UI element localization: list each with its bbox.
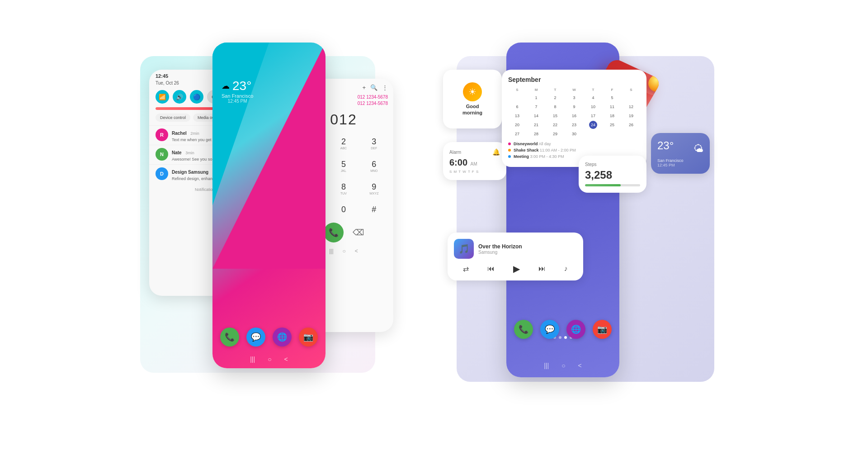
cal-day-16[interactable]: 16 [570, 112, 578, 120]
right-nav-recent[interactable]: < [578, 362, 582, 369]
cal-day-9[interactable]: 9 [570, 103, 578, 111]
volume-toggle[interactable]: 🔊 [173, 90, 186, 104]
wifi-toggle[interactable]: 📶 [156, 90, 169, 104]
cal-day-8[interactable]: 8 [551, 103, 559, 111]
add-icon[interactable]: + [362, 84, 366, 91]
cal-day-5[interactable]: 5 [608, 94, 616, 102]
cal-day-22[interactable]: 22 [551, 121, 559, 129]
dock-phone[interactable]: 📞 [220, 328, 239, 347]
notif-time: 2min [190, 131, 199, 136]
right-nav-bar: ||| ○ < [506, 362, 619, 369]
right-dock-browser[interactable]: 🌐 [566, 320, 585, 339]
cal-day-27[interactable]: 27 [513, 130, 521, 138]
cal-day-30[interactable]: 30 [570, 130, 578, 138]
device-control-btn[interactable]: Device control [156, 114, 190, 122]
dialer-nav-home[interactable]: ○ [343, 248, 346, 254]
cal-day-3[interactable]: 3 [570, 94, 578, 102]
cal-day-20[interactable]: 20 [513, 121, 521, 129]
cal-day-10[interactable]: 10 [589, 103, 597, 111]
key-6[interactable]: 6MNO [360, 156, 388, 176]
cal-day-28[interactable]: 28 [532, 130, 540, 138]
cal-day-29[interactable]: 29 [551, 130, 559, 138]
right-nav-home[interactable]: ○ [561, 362, 565, 369]
cal-day-2[interactable]: 2 [551, 94, 559, 102]
morning-widget[interactable]: ☀ Goodmorning [443, 70, 502, 128]
right-phone-dock: 📞 💬 🌐 📷 [506, 320, 619, 339]
nav-back[interactable]: ||| [250, 356, 255, 363]
key-9[interactable]: 9WXYZ [360, 179, 388, 199]
music-details: Over the Horizon Samsung [478, 243, 522, 255]
cal-day-6[interactable]: 6 [513, 103, 521, 111]
key-5[interactable]: 5JKL [330, 156, 357, 176]
event-time-3: 3:00 PM - 4:30 PM [530, 154, 564, 159]
event-shakeshack: Shake Shack 11:00 AM - 2:00 PM [508, 148, 640, 152]
cal-day-13[interactable]: 13 [513, 112, 521, 120]
cal-day-19[interactable]: 19 [627, 112, 635, 120]
more-icon[interactable]: ⋮ [382, 84, 388, 91]
cal-header-t2: T [584, 87, 602, 93]
event-time-1: All day [539, 142, 551, 146]
delete-button[interactable]: ⌫ [353, 228, 364, 238]
key-hash[interactable]: # [360, 201, 388, 218]
cal-day-14[interactable]: 14 [532, 112, 540, 120]
right-nav-back[interactable]: ||| [544, 362, 549, 369]
call-button[interactable]: 📞 [324, 223, 344, 242]
avatar-design: D [156, 167, 168, 180]
music-title: Over the Horizon [478, 243, 522, 250]
calendar-widget[interactable]: September S M T W T F S 1 2 3 4 5 6 7 [502, 70, 646, 167]
cal-day-15[interactable]: 15 [551, 112, 559, 120]
dock-camera[interactable]: 📷 [299, 328, 318, 347]
cal-day-11[interactable]: 11 [608, 103, 616, 111]
weather-widget-right[interactable]: 23° 🌤 San Francisco 12:45 PM [651, 133, 710, 174]
cal-day-12[interactable]: 12 [627, 103, 635, 111]
cal-day-17[interactable]: 17 [589, 112, 597, 120]
music-widget[interactable]: 🎵 Over the Horizon Samsung ⇄ ⏮ ▶ ⏭ ♪ [448, 233, 583, 280]
dock-browser[interactable]: 🌐 [273, 328, 292, 347]
search-icon[interactable]: 🔍 [370, 84, 377, 91]
prev-button[interactable]: ⏮ [487, 265, 495, 273]
main-container: 12:45 ▲ WiFi Tue, Oct 26 📶 🔊 🔵 ⟳ ✈ Devic… [95, 24, 773, 432]
key-3[interactable]: 3DEF [360, 133, 388, 153]
cal-day-26[interactable]: 26 [627, 121, 635, 129]
cal-day-7[interactable]: 7 [532, 103, 540, 111]
cal-day-4[interactable]: 4 [589, 94, 597, 102]
right-dock-camera[interactable]: 📷 [593, 320, 612, 339]
steps-progress-bar [585, 184, 640, 186]
cal-day-24-today[interactable]: 24 [589, 121, 597, 129]
right-dock-messages[interactable]: 💬 [540, 320, 559, 339]
cal-day-empty2 [627, 94, 635, 102]
cal-header-f: F [603, 87, 621, 93]
alarm-label: Alarm [449, 150, 461, 155]
alarm-days: S M T W T F S [449, 170, 500, 174]
cal-day-1[interactable]: 1 [532, 94, 540, 102]
cal-day-empty [513, 94, 521, 102]
key-0[interactable]: 0 [330, 201, 357, 218]
nav-home[interactable]: ○ [268, 356, 271, 363]
bluetooth-toggle[interactable]: 🔵 [190, 90, 203, 104]
cal-day-18[interactable]: 18 [608, 112, 616, 120]
event-dot-2 [508, 149, 511, 152]
steps-widget[interactable]: Steps 3,258 [579, 156, 646, 193]
music-artist: Samsung [478, 250, 522, 255]
alarm-time: 6:00 [449, 157, 467, 167]
dialer-nav-back[interactable]: ||| [329, 248, 333, 254]
dialer-nav-recent[interactable]: < [355, 248, 358, 254]
sun-icon: ☀ [463, 82, 482, 101]
left-section: 12:45 ▲ WiFi Tue, Oct 26 📶 🔊 🔵 ⟳ ✈ Devic… [140, 43, 411, 413]
cal-day-23[interactable]: 23 [570, 121, 578, 129]
main-phone: ☁ 23° San Francisco 12:45 PM 📞 💬 🌐 📷 |||… [212, 43, 326, 368]
right-dock-phone[interactable]: 📞 [514, 320, 533, 339]
event-title-3: Meeting [514, 154, 529, 159]
alarm-widget[interactable]: Alarm 🔔 6:00 AM S M T W T F S [443, 142, 506, 180]
next-button[interactable]: ⏭ [538, 265, 546, 273]
nav-recent[interactable]: < [284, 356, 288, 363]
dock-messages[interactable]: 💬 [246, 328, 265, 347]
nav-bar-main: ||| ○ < [250, 356, 288, 363]
volume-button[interactable]: ♪ [564, 265, 568, 273]
key-2[interactable]: 2ABC [330, 133, 357, 153]
shuffle-button[interactable]: ⇄ [463, 265, 469, 273]
cal-day-25[interactable]: 25 [608, 121, 616, 129]
key-8[interactable]: 8TUV [330, 179, 357, 199]
cal-day-21[interactable]: 21 [532, 121, 540, 129]
play-button[interactable]: ▶ [513, 263, 520, 274]
